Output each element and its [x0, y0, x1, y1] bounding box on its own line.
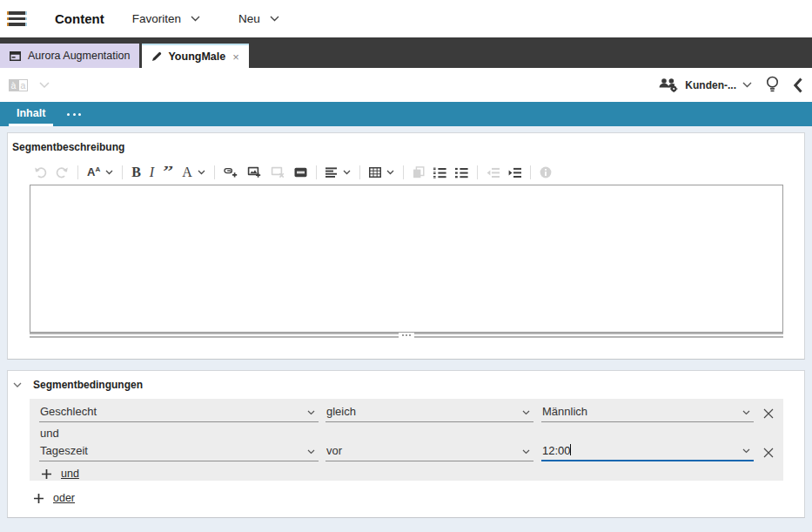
remove-image-link-icon[interactable] — [271, 166, 285, 178]
text-style-icon[interactable]: A — [182, 165, 205, 180]
italic-icon[interactable]: I — [150, 165, 154, 180]
undo-icon[interactable] — [34, 166, 47, 178]
chevron-down-icon — [191, 16, 200, 22]
chevron-down-icon — [522, 449, 530, 455]
condition-operator-select[interactable]: vor — [325, 442, 534, 461]
chevron-down-icon — [742, 448, 750, 454]
close-icon — [762, 447, 775, 459]
view-tab-bar: Inhalt — [0, 102, 812, 126]
condition-value-input[interactable] — [541, 444, 724, 460]
toolbar-separator — [359, 165, 360, 179]
locale-aa-icon: a — [18, 79, 28, 91]
toolbar-separator — [477, 165, 478, 179]
toolbar-separator — [316, 165, 317, 179]
segment-conditions-panel: Segmentbedingungen Geschlecht gleich Män… — [7, 370, 805, 518]
condition-value-select[interactable]: Männlich — [541, 403, 754, 422]
studio-window: Content Favoriten Neu Aurora Augmentatio… — [0, 0, 812, 532]
ellipsis-icon[interactable] — [67, 113, 81, 116]
conditions-header: Segmentbedingungen — [8, 371, 804, 391]
tab-youngmale[interactable]: YoungMale × — [142, 44, 248, 68]
content-area: Segmentbeschreibung AA B I ” A — [0, 132, 812, 532]
segment-description-panel: Segmentbeschreibung AA B I ” A — [7, 132, 805, 360]
unordered-list-icon[interactable] — [455, 167, 468, 178]
condition-property-select[interactable]: Tageszeit — [39, 442, 319, 461]
resize-handle[interactable] — [30, 333, 783, 338]
plus-icon — [33, 493, 44, 504]
close-icon — [762, 407, 775, 420]
app-title: Content — [55, 11, 104, 26]
image-icon[interactable] — [294, 167, 307, 178]
add-image-link-icon[interactable] — [247, 166, 262, 178]
blockquote-icon[interactable]: ” — [163, 166, 173, 178]
toolbar-separator — [530, 165, 531, 179]
alignment-icon[interactable] — [325, 167, 351, 178]
customer-persona-selector[interactable]: Kunden-... — [658, 77, 752, 92]
remove-condition-button[interactable] — [762, 447, 775, 459]
chevron-down-icon — [198, 170, 205, 175]
chevron-down-icon — [307, 410, 315, 415]
table-icon[interactable] — [369, 167, 394, 178]
chevron-down-icon — [386, 170, 394, 175]
chevron-down-icon — [307, 449, 315, 455]
chevron-down-icon — [522, 410, 530, 415]
tab-aurora-augmentation[interactable]: Aurora Augmentation — [0, 44, 139, 68]
condition-operator-select[interactable]: gleich — [325, 403, 534, 422]
close-icon[interactable]: × — [232, 51, 239, 63]
font-size-icon[interactable]: AA — [87, 166, 113, 178]
condition-row: Tageszeit vor — [30, 441, 783, 461]
add-and-condition-button[interactable]: und — [30, 461, 783, 480]
hamburger-menu-icon[interactable] — [7, 11, 27, 26]
document-tab-bar: Aurora Augmentation YoungMale × — [0, 37, 812, 68]
tab-label: Aurora Augmentation — [28, 50, 130, 62]
new-menu[interactable]: Neu — [238, 12, 279, 25]
text-caret — [570, 444, 571, 455]
lightbulb-icon[interactable] — [765, 76, 780, 94]
new-menu-label: Neu — [238, 12, 260, 25]
outdent-icon[interactable] — [487, 167, 500, 178]
indent-icon[interactable] — [508, 167, 521, 178]
ordered-list-icon[interactable] — [433, 167, 446, 178]
add-link-icon[interactable] — [224, 166, 238, 178]
condition-row: Geschlecht gleich Männlich — [30, 401, 783, 422]
customer-personas-icon — [658, 77, 679, 92]
panel-title: Segmentbedingungen — [33, 379, 143, 391]
toolbar-separator — [77, 165, 78, 179]
add-or-group-button[interactable]: oder — [33, 492, 804, 504]
locale-aa-button[interactable]: à a — [9, 79, 50, 91]
tab-inhalt[interactable]: Inhalt — [9, 102, 53, 126]
locale-aa-icon: à — [9, 79, 18, 91]
chevron-down-icon — [39, 82, 50, 89]
top-bar: Content Favoriten Neu — [0, 0, 812, 37]
conjunction-label: und — [30, 422, 783, 441]
persona-label: Kunden-... — [685, 79, 736, 91]
remove-condition-button[interactable] — [762, 407, 775, 420]
chevron-down-icon — [742, 82, 752, 88]
toolbar-separator — [403, 165, 404, 179]
grip-icon — [399, 333, 414, 338]
paste-icon[interactable] — [413, 166, 425, 178]
collapse-chevron-icon[interactable] — [13, 382, 22, 388]
condition-value-combo — [541, 441, 754, 461]
collapse-left-icon[interactable] — [793, 77, 803, 93]
favorites-menu-label: Favoriten — [132, 12, 181, 25]
favorites-menu[interactable]: Favoriten — [132, 12, 200, 25]
chevron-down-icon — [270, 16, 279, 22]
chevron-down-icon — [742, 410, 750, 415]
action-bar: à a Kunden-... — [0, 68, 812, 102]
description-editor[interactable] — [30, 185, 783, 333]
redo-icon[interactable] — [56, 166, 69, 178]
toolbar-separator — [214, 165, 215, 179]
tab-label: YoungMale — [168, 51, 225, 63]
info-icon[interactable] — [540, 166, 552, 178]
panel-title: Segmentbeschreibung — [8, 133, 804, 153]
bold-icon[interactable]: B — [131, 165, 141, 180]
form-icon — [10, 51, 21, 61]
toolbar-separator — [122, 165, 123, 179]
plus-icon — [41, 468, 52, 480]
pencil-icon — [151, 51, 162, 62]
condition-property-select[interactable]: Geschlecht — [39, 403, 319, 422]
richtext-toolbar: AA B I ” A — [30, 163, 804, 182]
chevron-down-icon — [343, 170, 351, 175]
tab-inhalt-label: Inhalt — [17, 107, 45, 119]
condition-group: Geschlecht gleich Männlich un — [30, 399, 783, 481]
